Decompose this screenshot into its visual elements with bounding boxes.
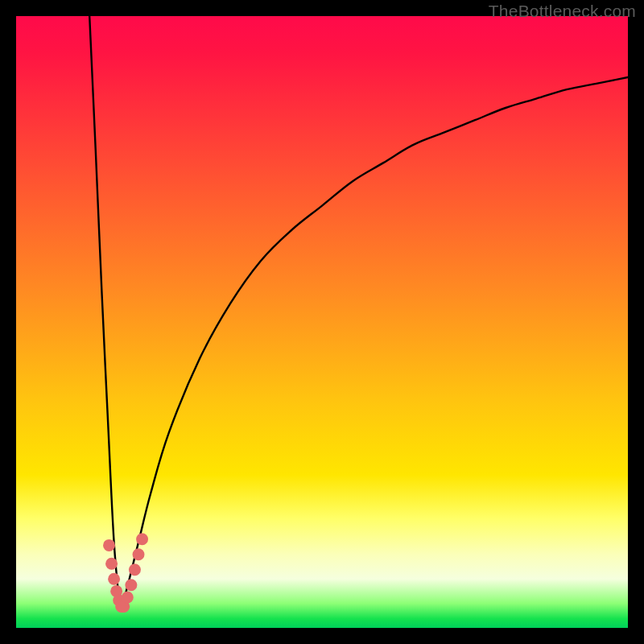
watermark-text: TheBottleneck.com [489, 2, 636, 21]
trough-marker [125, 579, 137, 591]
trough-marker [129, 564, 141, 576]
trough-marker [133, 548, 145, 560]
trough-marker [105, 558, 118, 570]
curve-right-branch [120, 77, 628, 609]
trough-marker [122, 592, 134, 604]
trough-marker [103, 539, 115, 551]
trough-marker [108, 573, 120, 585]
plot-area [16, 16, 628, 628]
chart-frame: TheBottleneck.com [0, 0, 644, 644]
trough-marker [136, 533, 148, 545]
bottleneck-curve [89, 16, 628, 609]
curve-layer [16, 16, 628, 628]
trough-marker-group [103, 533, 148, 613]
curve-left-branch [89, 16, 120, 609]
